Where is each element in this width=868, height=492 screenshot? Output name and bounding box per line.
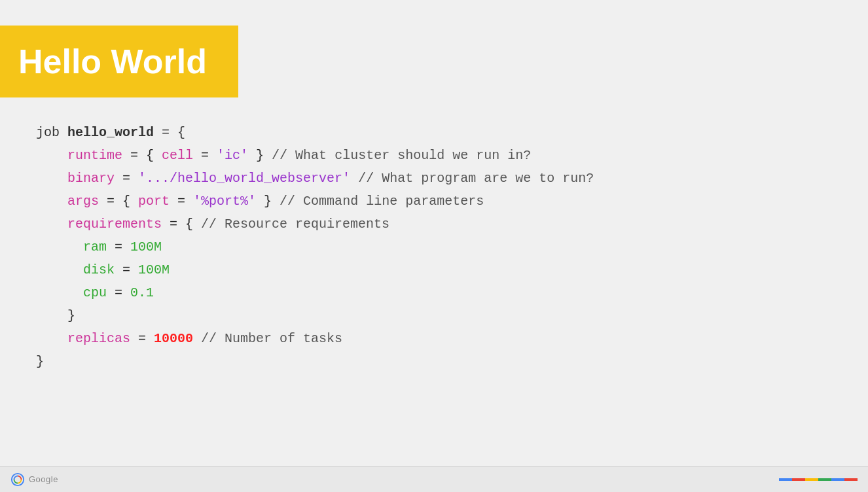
indent7 [36,285,83,300]
indent1 [36,148,67,163]
code-line-2: runtime = { cell = 'ic' } // What cluste… [36,144,594,167]
comment-args: // Command line parameters [280,194,484,209]
indent6 [36,262,83,277]
google-logo-icon [10,472,25,487]
color-bar [779,478,858,481]
indent3 [36,194,67,209]
kw-eq: = { [154,125,185,140]
kw-cpu: cpu [83,285,107,300]
kw-cpu-val: 0.1 [130,285,154,300]
comment-binary: // What program are we to run? [358,171,594,186]
color-blue2 [831,478,844,481]
bottom-bar: Google [0,466,868,492]
comment-requirements: // Resource requirements [201,217,389,232]
code-line-6: ram = 100M [36,236,594,258]
kw-runtime: runtime [67,148,122,163]
kw-disk: disk [83,262,115,277]
color-red2 [844,478,858,481]
kw-ram-val: 100M [130,239,162,255]
code-line-10: replicas = 10000 // Number of tasks [36,327,594,350]
code-line-4: args = { port = '%port%' } // Command li… [36,190,594,213]
kw-replicas: replicas [67,331,130,346]
indent8 [36,308,67,323]
kw-string-ic: 'ic' [217,148,248,163]
kw-cell: cell [162,148,193,163]
indent5 [36,239,83,255]
kw-ram: ram [83,239,107,255]
kw-requirements: requirements [67,217,162,232]
title-banner: Hello World [0,26,238,97]
color-red [792,478,805,481]
kw-binary: binary [67,171,115,186]
kw-string-port: '%port%' [193,194,256,209]
kw-string-binary: '.../hello_world_webserver' [138,171,350,186]
kw-args: args [67,194,99,209]
code-line-11: } [36,350,594,373]
kw-replicas-val: 10000 [154,331,193,346]
code-line-1: job hello_world = { [36,121,594,144]
kw-name: hello_world [67,125,154,140]
code-line-9: } [36,304,594,327]
google-label: Google [29,474,58,484]
code-line-7: disk = 100M [36,258,594,281]
indent2 [36,171,67,186]
color-yellow [805,478,818,481]
kw-port: port [138,194,170,209]
page-title: Hello World [18,42,207,81]
kw-close-job: } [36,354,44,369]
comment-runtime: // What cluster should we run in? [272,148,531,163]
code-block: job hello_world = { runtime = { cell = '… [36,121,594,373]
kw-close-req: } [67,308,75,323]
comment-replicas: // Number of tasks [201,331,342,346]
indent9 [36,331,67,346]
code-line-5: requirements = { // Resource requirement… [36,213,594,236]
code-line-8: cpu = 0.1 [36,281,594,304]
kw-disk-val: 100M [138,262,170,277]
code-line-3: binary = '.../hello_world_webserver' // … [36,167,594,190]
color-green [818,478,831,481]
kw-op: = { [122,148,162,163]
google-logo: Google [10,472,58,487]
kw-job: job [36,125,67,140]
indent4 [36,217,67,232]
color-blue [779,478,792,481]
